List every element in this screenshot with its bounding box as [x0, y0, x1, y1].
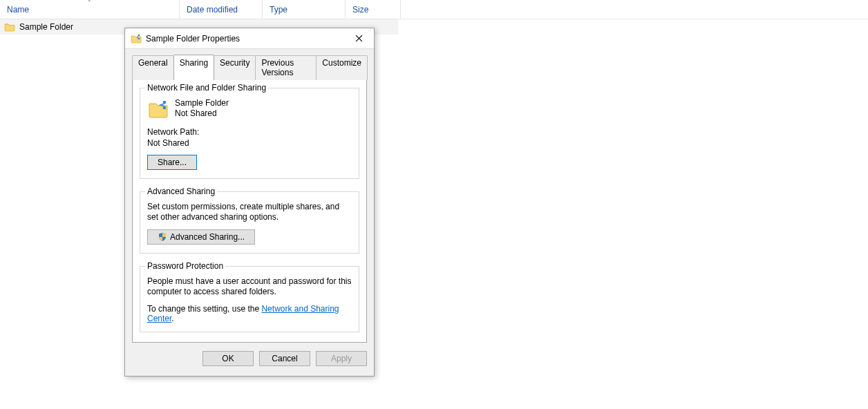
- uac-shield-icon: [158, 232, 167, 242]
- password-protection-change-suffix: .: [171, 314, 173, 323]
- list-item-name: Sample Folder: [19, 22, 73, 32]
- tab-security[interactable]: Security: [214, 55, 256, 80]
- svg-point-2: [163, 101, 167, 104]
- folder-icon: [4, 22, 15, 32]
- password-protection-legend: Password Protection: [145, 261, 225, 271]
- network-sharing-legend: Network File and Folder Sharing: [145, 83, 268, 93]
- tab-sharing[interactable]: Sharing: [173, 55, 214, 79]
- ok-button[interactable]: OK: [202, 351, 254, 366]
- folder-summary: Sample Folder Not Shared: [147, 98, 352, 120]
- column-header-type[interactable]: Type: [263, 0, 346, 19]
- advanced-sharing-group: Advanced Sharing Set custom permissions,…: [140, 191, 359, 254]
- shared-folder-state: Not Shared: [175, 108, 229, 119]
- column-header-name[interactable]: Name ˄: [0, 0, 180, 19]
- password-protection-change: To change this setting, use the Network …: [147, 304, 352, 323]
- network-path-label: Network Path:: [147, 127, 352, 137]
- column-header-type-label: Type: [270, 5, 287, 15]
- close-button[interactable]: [345, 29, 372, 48]
- titlebar[interactable]: Sample Folder Properties: [125, 28, 374, 49]
- cancel-button[interactable]: Cancel: [259, 351, 310, 366]
- svg-point-0: [138, 34, 140, 36]
- column-header-date-label: Date modified: [187, 5, 238, 15]
- network-path-value: Not Shared: [147, 138, 352, 148]
- folder-share-large-icon: [147, 98, 169, 120]
- tab-general[interactable]: General: [132, 55, 174, 80]
- share-button[interactable]: Share...: [147, 155, 197, 170]
- dialog-body: General Sharing Security Previous Versio…: [125, 49, 374, 376]
- advanced-sharing-button[interactable]: Advanced Sharing...: [147, 229, 255, 245]
- tab-customize[interactable]: Customize: [316, 55, 368, 80]
- password-protection-desc: People must have a user account and pass…: [147, 276, 352, 297]
- tab-content-sharing: Network File and Folder Sharing Sample F…: [132, 79, 367, 343]
- password-protection-group: Password Protection People must have a u…: [140, 266, 359, 332]
- advanced-sharing-button-label: Advanced Sharing...: [170, 232, 245, 242]
- advanced-sharing-legend: Advanced Sharing: [145, 187, 217, 196]
- svg-point-3: [163, 106, 167, 110]
- folder-share-icon: [131, 33, 142, 44]
- tab-previous-versions[interactable]: Previous Versions: [255, 55, 317, 80]
- dialog-buttons: OK Cancel Apply: [132, 343, 367, 369]
- column-header-date[interactable]: Date modified: [180, 0, 263, 19]
- sort-ascending-icon: ˄: [88, 0, 91, 6]
- advanced-sharing-desc: Set custom permissions, create multiple …: [147, 202, 352, 222]
- apply-button[interactable]: Apply: [316, 351, 367, 366]
- tabs: General Sharing Security Previous Versio…: [132, 55, 367, 79]
- column-header-size[interactable]: Size: [346, 0, 401, 19]
- column-header-name-label: Name: [7, 5, 29, 15]
- close-icon: [355, 33, 363, 44]
- shared-folder-name: Sample Folder: [175, 98, 229, 108]
- dialog-title: Sample Folder Properties: [146, 34, 345, 44]
- properties-dialog: Sample Folder Properties General Sharing…: [124, 28, 375, 377]
- explorer-column-header: Name ˄ Date modified Type Size: [0, 0, 868, 19]
- password-protection-change-prefix: To change this setting, use the: [147, 304, 261, 314]
- column-header-size-label: Size: [352, 5, 368, 15]
- network-sharing-group: Network File and Folder Sharing Sample F…: [140, 88, 359, 179]
